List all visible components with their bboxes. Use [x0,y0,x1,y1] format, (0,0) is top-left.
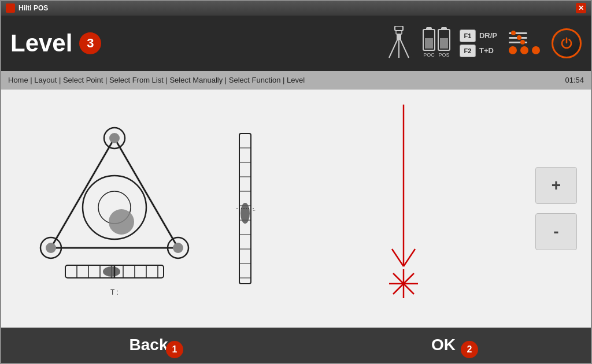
main-window: Hilti POS ✕ Level 3 [0,0,592,364]
battery-1-fill [425,38,433,49]
instrument-icon[interactable] [384,26,413,61]
t-label: T : [110,288,119,296]
battery-2-fill [440,38,448,49]
plus-minus-panel: + - [535,99,582,318]
battery-2-label: POS [438,52,449,58]
slider-thumb-1 [511,31,516,35]
power-button[interactable] [552,28,582,58]
svg-point-15 [109,209,134,235]
vertical-level-svg: .. [231,128,260,289]
level-diagram-svg [28,121,201,283]
ok-button[interactable]: OK 2 [296,328,591,363]
svg-line-42 [392,249,404,266]
slider-track-1 [509,32,527,34]
svg-rect-0 [395,26,403,31]
header: Level 3 POC [1,16,591,71]
power-icon [560,36,574,50]
slider-track-2 [509,37,527,39]
f1-row: F1 DR/P [460,29,497,42]
svg-line-43 [404,249,415,266]
sliders-icon[interactable] [506,30,542,57]
breadcrumb-bar: Home | Layout | Select Point | Select Fr… [1,71,591,90]
slider-track-3 [509,42,527,43]
slider-line-2 [509,37,540,39]
breadcrumb: Home | Layout | Select Point | Select Fr… [8,76,305,84]
slider-thumb-2 [517,35,521,40]
level-badge: 3 [79,32,101,54]
svg-point-8 [109,133,120,143]
main-content: T : .. [1,90,591,328]
f2-row: F2 T+D [460,44,497,57]
back-badge: 1 [166,341,183,358]
svg-point-10 [46,243,56,253]
svg-point-38 [240,203,250,224]
back-button[interactable]: Back 1 [1,328,296,363]
battery-1-label: POC [423,52,435,58]
dot-2 [520,46,528,54]
time-display: 01:54 [565,76,584,84]
dr-label: DR/P [479,31,497,40]
svg-rect-5 [397,34,401,40]
slider-line-3 [509,42,540,43]
tripod-svg [384,26,413,61]
level-vertical-indicator: .. [228,99,262,318]
ok-badge: 2 [461,341,478,358]
footer: Back 1 OK 2 [1,328,591,363]
plus-button[interactable]: + [535,167,577,204]
fkeys-panel: F1 DR/P F2 T+D [460,29,497,57]
header-title-area: Level 3 [10,29,375,57]
title-bar: Hilti POS ✕ [1,1,591,16]
title-bar-left: Hilti POS [6,3,48,13]
svg-point-25 [103,266,120,277]
page-title: Level [10,29,72,57]
f1-button[interactable]: F1 [460,29,476,42]
close-button[interactable]: ✕ [576,3,586,13]
f2-button[interactable]: F2 [460,44,476,57]
battery-2 [438,29,450,51]
dots-row [509,46,540,54]
window-title: Hilti POS [18,4,48,12]
instrument-diagram: T : [10,99,219,318]
td-label: T+D [479,46,494,55]
slider-thumb-3 [520,40,525,44]
dot-1 [509,46,517,54]
dot-3 [532,46,540,54]
svg-point-12 [173,243,183,253]
battery-1 [423,29,435,51]
right-area: + - [272,99,582,318]
crosshair-area [272,99,535,318]
slider-line-1 [509,32,540,34]
battery-group: POC POS [423,29,450,58]
minus-button[interactable]: - [535,213,577,250]
app-icon [6,3,15,13]
crosshair-svg [346,99,461,318]
svg-text:..: .. [253,206,256,212]
